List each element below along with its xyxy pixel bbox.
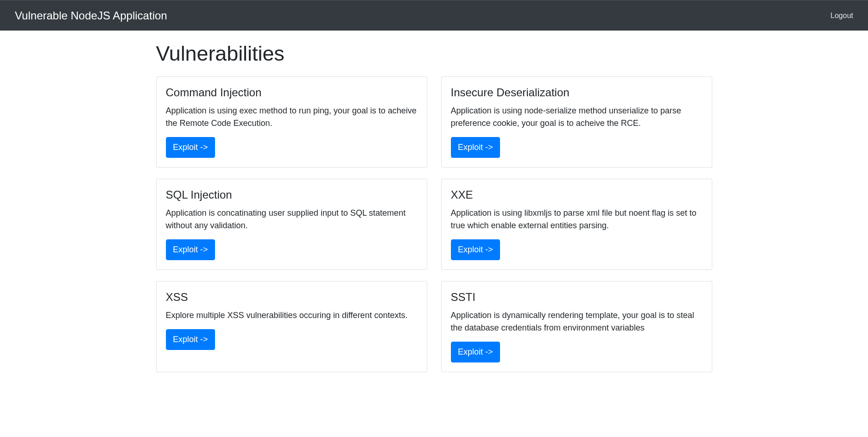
card-body: Insecure Deserialization Application is … (442, 77, 712, 167)
card-body: XSS Explore multiple XSS vulnerabilities… (157, 281, 427, 359)
card-title: XSS (166, 291, 418, 304)
card-text: Application is concatinating user suppli… (166, 207, 418, 232)
card-row: Command Injection Application is using e… (149, 76, 719, 383)
vuln-card-sql-injection: SQL Injection Application is concatinati… (156, 179, 427, 270)
exploit-button[interactable]: Exploit -> (166, 137, 215, 158)
card-text: Application is using exec method to run … (166, 105, 418, 130)
brand-link[interactable]: Vulnerable NodeJS Application (15, 7, 167, 25)
vuln-card-xxe: XXE Application is using libxmljs to par… (441, 179, 712, 270)
card-col: SQL Injection Application is concatinati… (149, 179, 434, 270)
card-col: XXE Application is using libxmljs to par… (434, 179, 719, 270)
card-text: Application is dynamically rendering tem… (451, 309, 703, 334)
card-body: SQL Injection Application is concatinati… (157, 179, 427, 269)
card-body: SSTI Application is dynamically renderin… (442, 281, 712, 372)
vuln-card-xss: XSS Explore multiple XSS vulnerabilities… (156, 281, 427, 372)
card-title: Command Injection (166, 86, 418, 99)
card-col: XSS Explore multiple XSS vulnerabilities… (149, 281, 434, 372)
card-title: SQL Injection (166, 188, 418, 201)
navbar: Vulnerable NodeJS Application Logout (0, 1, 868, 31)
vuln-card-insecure-deserialization: Insecure Deserialization Application is … (441, 76, 712, 168)
exploit-button[interactable]: Exploit -> (451, 137, 500, 158)
card-body: Command Injection Application is using e… (157, 77, 427, 167)
card-title: XXE (451, 188, 703, 201)
main-container: Vulnerabilities Command Injection Applic… (149, 42, 719, 383)
exploit-button[interactable]: Exploit -> (451, 342, 500, 362)
card-col: SSTI Application is dynamically renderin… (434, 281, 719, 372)
exploit-button[interactable]: Exploit -> (451, 239, 500, 260)
card-title: Insecure Deserialization (451, 86, 703, 99)
vuln-card-command-injection: Command Injection Application is using e… (156, 76, 427, 168)
card-text: Application is using node-serialize meth… (451, 105, 703, 130)
logout-link[interactable]: Logout (827, 8, 857, 24)
exploit-button[interactable]: Exploit -> (166, 239, 215, 260)
card-text: Explore multiple XSS vulnerabilities occ… (166, 309, 418, 322)
exploit-button[interactable]: Exploit -> (166, 329, 215, 350)
card-col: Command Injection Application is using e… (149, 76, 434, 168)
card-text: Application is using libxmljs to parse x… (451, 207, 703, 232)
page-title: Vulnerabilities (156, 42, 712, 65)
card-body: XXE Application is using libxmljs to par… (442, 179, 712, 269)
vuln-card-ssti: SSTI Application is dynamically renderin… (441, 281, 712, 372)
card-col: Insecure Deserialization Application is … (434, 76, 719, 168)
card-title: SSTI (451, 291, 703, 304)
